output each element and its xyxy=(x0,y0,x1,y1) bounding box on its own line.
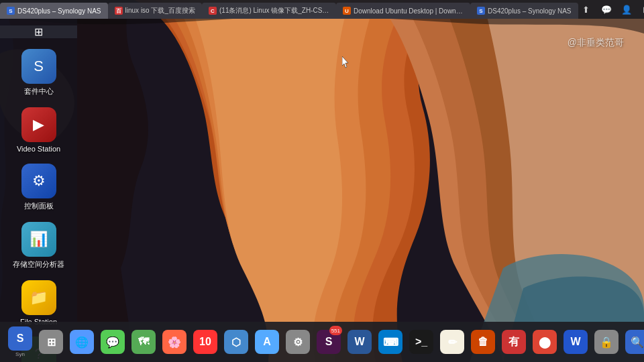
dock-icon-youdao: 有 xyxy=(502,330,526,354)
tab-favicon: S xyxy=(477,7,485,15)
sidebar-app-synology[interactable]: S套件中心 xyxy=(5,44,72,102)
sidebar-app-video[interactable]: ▶Video Station xyxy=(5,102,72,158)
dock-icon-spotlight: 🔍 xyxy=(625,330,644,354)
dock-item-app2[interactable]: W xyxy=(561,324,590,359)
app-icon-synology: S xyxy=(21,49,56,84)
watermark: @非垂类范哥 xyxy=(568,37,624,49)
share-icon[interactable]: ⬆ xyxy=(578,1,594,17)
dock-item-youdao[interactable]: 有 xyxy=(499,324,529,359)
layout-icon[interactable]: ⊞ xyxy=(639,1,644,17)
app-label-video: Video Station xyxy=(17,145,60,153)
browser-tab-t1[interactable]: SDS420plus – Synology NAS xyxy=(0,3,108,19)
app-icon-video: ▶ xyxy=(21,107,56,142)
dock-icon-messages: 💬 xyxy=(101,330,125,354)
dock-icon-app3: 🔒 xyxy=(594,330,619,354)
tab-favicon: S xyxy=(7,7,15,15)
dock-item-maps[interactable]: 🗺 xyxy=(129,324,158,359)
dock-item-trash1[interactable]: 🗑 xyxy=(468,324,498,359)
tab-label: DS420plus – Synology NAS xyxy=(17,7,101,15)
browser-tab-t5[interactable]: SDS420plus – Synology NAS xyxy=(470,3,578,19)
browser-tab-t3[interactable]: C(11条消息) Linux 镜像下载_ZH-CSDN博... xyxy=(202,3,336,19)
dock-item-word[interactable]: W xyxy=(345,324,374,359)
dock-icon-appstore: A xyxy=(255,330,279,354)
dock-icon-finder: S xyxy=(8,326,32,351)
dock-icon-notes: ✏ xyxy=(440,330,464,354)
tab-favicon: U xyxy=(343,7,351,15)
dock-icon-safari: 🌐 xyxy=(70,330,94,354)
dock-item-launchpad[interactable]: ⊞ xyxy=(36,324,66,359)
dock-item-finder[interactable]: SSyn xyxy=(5,324,35,359)
dock-icon-settings: ⚙ xyxy=(286,330,310,354)
browser-tabs: SDS420plus – Synology NAS百linux iso 下载_百… xyxy=(0,0,578,19)
dock-item-app3[interactable]: 🔒 xyxy=(592,324,621,359)
dock-item-terminal[interactable]: >_ xyxy=(407,324,436,359)
dock-item-appstore[interactable]: A xyxy=(252,324,282,359)
user-icon[interactable]: 👤 xyxy=(619,1,635,17)
app-label-storage: 存储空间分析器 xyxy=(13,259,64,269)
dock-icon-terminal: >_ xyxy=(409,330,433,354)
canyon-svg xyxy=(0,0,644,362)
dock-icon-app1: ⬡ xyxy=(224,330,248,354)
dock-item-calendar[interactable]: 10 xyxy=(191,324,220,359)
taskbar-top-right: ⬆ 💬 👤 ⊞ 🔍 xyxy=(578,1,644,17)
dock-icon-app2: W xyxy=(564,330,588,354)
dock-badge-slack: 551 xyxy=(329,326,342,335)
tab-label: (11条消息) Linux 镜像下载_ZH-CSDN博... xyxy=(219,6,329,15)
dock-item-spotlight[interactable]: 🔍 xyxy=(623,324,644,359)
tab-label: Download Ubuntu Desktop | Download |... xyxy=(354,7,464,15)
app-label-synology: 套件中心 xyxy=(24,86,54,97)
dock: SSyn⊞🌐💬🗺🌸10⬡A⚙S551W⌨>_✏🗑有⬤W🔒🔍📄🗑 xyxy=(0,322,644,362)
dock-item-notes[interactable]: ✏ xyxy=(437,324,467,359)
sidebar-top-bar[interactable]: ⊞ xyxy=(0,25,77,38)
dock-icon-vscode: ⌨ xyxy=(378,330,402,354)
taskbar-top: SDS420plus – Synology NAS百linux iso 下载_百… xyxy=(0,0,644,19)
app-icon-storage: 📊 xyxy=(21,222,56,257)
dock-icon-photos: 🌸 xyxy=(162,330,186,354)
dock-icon-chrome: ⬤ xyxy=(533,330,557,354)
dock-item-settings[interactable]: ⚙ xyxy=(283,324,313,359)
sidebar-app-control[interactable]: ⚙控制面板 xyxy=(5,158,72,217)
tab-favicon: 百 xyxy=(115,7,123,15)
browser-tab-t2[interactable]: 百linux iso 下载_百度搜索 xyxy=(108,3,202,19)
browser-tab-t4[interactable]: UDownload Ubuntu Desktop | Download |... xyxy=(336,3,470,19)
dock-icon-maps: 🗺 xyxy=(131,330,156,354)
dock-item-photos[interactable]: 🌸 xyxy=(160,324,189,359)
tab-favicon: C xyxy=(209,7,217,15)
dock-icon-trash1: 🗑 xyxy=(471,330,495,354)
dock-icon-calendar: 10 xyxy=(193,330,217,354)
tab-label: DS420plus – Synology NAS xyxy=(488,7,572,15)
dock-item-chrome[interactable]: ⬤ xyxy=(530,324,559,359)
app-icon-file: 📁 xyxy=(21,280,56,315)
dock-item-app1[interactable]: ⬡ xyxy=(221,324,251,359)
dock-item-vscode[interactable]: ⌨ xyxy=(376,324,405,359)
sidebar: ⊞ S套件中心▶Video Station⚙控制面板📊存储空间分析器📁File … xyxy=(0,19,77,322)
dock-icon-word: W xyxy=(347,330,372,354)
dock-item-messages[interactable]: 💬 xyxy=(98,324,127,359)
dock-label-finder: Syn xyxy=(15,351,25,357)
desktop: SDS420plus – Synology NAS百linux iso 下载_百… xyxy=(0,0,644,362)
dock-item-safari[interactable]: 🌐 xyxy=(67,324,97,359)
app-label-control: 控制面板 xyxy=(24,201,54,211)
app-icon-control: ⚙ xyxy=(21,164,56,198)
message-icon[interactable]: 💬 xyxy=(598,1,614,17)
dock-icon-launchpad: ⊞ xyxy=(39,330,63,354)
tab-label: linux iso 下载_百度搜索 xyxy=(125,6,195,15)
sidebar-app-storage[interactable]: 📊存储空间分析器 xyxy=(5,217,72,275)
grid-icon: ⊞ xyxy=(34,25,43,38)
dock-item-slack[interactable]: S551 xyxy=(314,324,343,359)
